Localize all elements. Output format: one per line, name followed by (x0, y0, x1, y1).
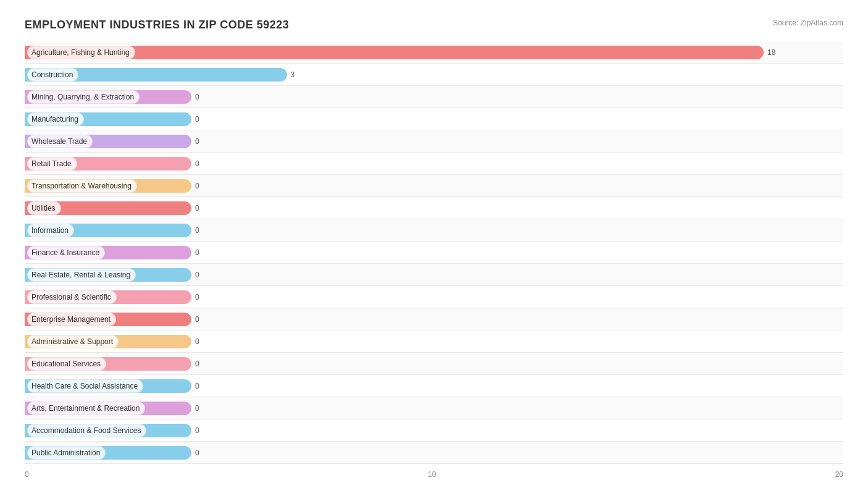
bar-track: Arts, Entertainment & Recreation 0 (25, 397, 843, 419)
bar-track: Public Administration 0 (25, 442, 843, 463)
bar-row: Real Estate, Rental & Leasing 0 (25, 264, 843, 286)
bar-fill: Professional & Scientific (25, 290, 191, 304)
bar-label: Accommodation & Food Services (27, 424, 146, 437)
bar-label: Health Care & Social Assistance (27, 379, 143, 393)
bar-value: 0 (195, 337, 199, 346)
bar-fill: Wholesale Trade (25, 135, 191, 148)
x-axis-tick: 10 (428, 470, 436, 479)
bar-track: Finance & Insurance 0 (25, 242, 843, 263)
bar-label: Public Administration (27, 446, 106, 460)
bar-row: Wholesale Trade 0 (25, 130, 843, 153)
bar-value: 0 (195, 204, 199, 213)
bar-track: Health Care & Social Assistance 0 (25, 375, 843, 397)
bar-label: Agriculture, Fishing & Hunting (27, 46, 135, 59)
bar-label: Wholesale Trade (27, 135, 93, 148)
bar-track: Mining, Quarrying, & Extraction 0 (25, 86, 843, 107)
bar-label: Mining, Quarrying, & Extraction (27, 90, 140, 104)
bar-row: Public Administration 0 (25, 442, 843, 464)
bar-value: 0 (195, 115, 199, 124)
bar-fill: Utilities (25, 201, 191, 215)
bar-value: 0 (195, 426, 199, 435)
bar-value: 0 (195, 182, 199, 190)
bar-label: Construction (27, 68, 78, 82)
bar-label: Educational Services (27, 357, 106, 371)
bar-value: 0 (195, 159, 199, 168)
bar-label: Administrative & Support (27, 335, 119, 348)
bar-fill: Public Administration (25, 446, 191, 460)
bar-track: Real Estate, Rental & Leasing 0 (25, 264, 843, 285)
bar-fill: Construction (25, 68, 287, 82)
bar-label: Professional & Scientific (27, 290, 117, 304)
bar-label: Manufacturing (27, 112, 84, 126)
bar-track: Accommodation & Food Services 0 (25, 419, 843, 441)
bar-value: 3 (291, 70, 295, 79)
bar-value: 0 (195, 448, 199, 457)
bar-value: 0 (195, 382, 199, 390)
bar-track: Educational Services 0 (25, 353, 843, 374)
chart-source: Source: ZipAtlas.com (773, 19, 843, 27)
bar-value: 0 (195, 226, 199, 235)
bar-value: 18 (767, 48, 775, 57)
bar-track: Professional & Scientific 0 (25, 286, 843, 308)
bar-track: Utilities 0 (25, 197, 843, 219)
bar-fill: Agriculture, Fishing & Hunting (25, 46, 764, 59)
bar-fill: Administrative & Support (25, 335, 191, 348)
bar-label: Enterprise Management (27, 313, 116, 326)
bar-row: Information 0 (25, 219, 843, 242)
bar-value: 0 (195, 293, 199, 301)
bar-row: Transportation & Warehousing 0 (25, 175, 843, 197)
bar-fill: Mining, Quarrying, & Extraction (25, 90, 191, 104)
bar-value: 0 (195, 404, 199, 413)
chart-container: EMPLOYMENT INDUSTRIES IN ZIP CODE 59223 … (12, 12, 856, 480)
bar-fill: Health Care & Social Assistance (25, 379, 191, 393)
bar-row: Construction 3 (25, 64, 843, 86)
bar-fill: Transportation & Warehousing (25, 179, 191, 193)
bar-label: Transportation & Warehousing (27, 179, 137, 193)
bar-row: Utilities 0 (25, 197, 843, 219)
bar-track: Enterprise Management 0 (25, 308, 843, 330)
bar-value: 0 (195, 271, 199, 279)
bar-track: Transportation & Warehousing 0 (25, 175, 843, 196)
x-axis-tick: 0 (25, 470, 29, 479)
bar-row: Accommodation & Food Services 0 (25, 419, 843, 442)
bar-value: 0 (195, 315, 199, 324)
bar-track: Manufacturing 0 (25, 108, 843, 130)
bar-row: Health Care & Social Assistance 0 (25, 375, 843, 397)
bar-label: Finance & Insurance (27, 246, 105, 259)
bar-row: Agriculture, Fishing & Hunting 18 (25, 41, 843, 64)
bar-row: Professional & Scientific 0 (25, 286, 843, 308)
bar-label: Arts, Entertainment & Recreation (27, 402, 145, 415)
bar-value: 0 (195, 93, 199, 101)
bar-track: Construction 3 (25, 64, 843, 85)
bar-value: 0 (195, 248, 199, 257)
bar-row: Enterprise Management 0 (25, 308, 843, 331)
bar-value: 0 (195, 360, 199, 368)
bar-fill: Enterprise Management (25, 313, 191, 326)
bar-fill: Information (25, 224, 191, 237)
bar-track: Administrative & Support 0 (25, 331, 843, 352)
bar-row: Educational Services 0 (25, 353, 843, 375)
bar-fill: Arts, Entertainment & Recreation (25, 402, 191, 415)
bar-row: Mining, Quarrying, & Extraction 0 (25, 86, 843, 108)
bar-value: 0 (195, 137, 199, 146)
bar-label: Real Estate, Rental & Leasing (27, 268, 136, 282)
bar-row: Arts, Entertainment & Recreation 0 (25, 397, 843, 419)
bar-row: Finance & Insurance 0 (25, 242, 843, 264)
bar-row: Retail Trade 0 (25, 153, 843, 175)
bar-fill: Accommodation & Food Services (25, 424, 191, 437)
bar-track: Retail Trade 0 (25, 153, 843, 174)
bar-label: Retail Trade (27, 157, 77, 171)
bar-track: Wholesale Trade 0 (25, 130, 843, 152)
bar-fill: Retail Trade (25, 157, 191, 171)
bar-label: Information (27, 224, 74, 237)
chart-header: EMPLOYMENT INDUSTRIES IN ZIP CODE 59223 … (25, 19, 843, 32)
bar-fill: Manufacturing (25, 112, 191, 126)
bar-label: Utilities (27, 201, 61, 215)
bar-row: Administrative & Support 0 (25, 331, 843, 353)
x-axis: 01020 (25, 466, 843, 479)
bar-fill: Real Estate, Rental & Leasing (25, 268, 191, 282)
chart-area: Agriculture, Fishing & Hunting 18 Constr… (25, 41, 843, 464)
bar-track: Agriculture, Fishing & Hunting 18 (25, 41, 843, 63)
bar-fill: Finance & Insurance (25, 246, 191, 259)
x-axis-tick: 20 (835, 470, 843, 479)
